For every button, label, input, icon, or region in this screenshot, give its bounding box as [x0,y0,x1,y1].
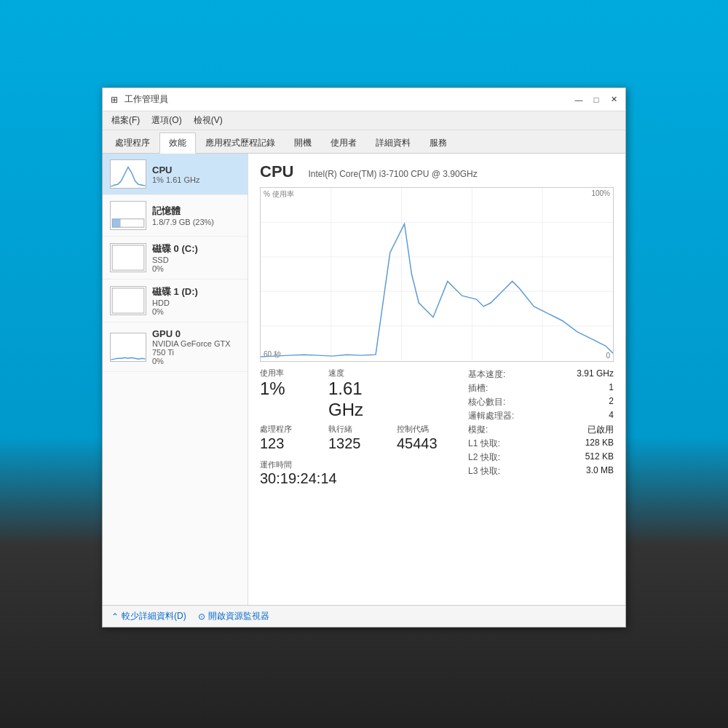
usage-value: 1% [260,379,317,400]
tab-users[interactable]: 使用者 [321,132,366,153]
stats-right: 基本速度: 3.91 GHz 插槽: 1 核心數目: 2 邏輯處理器: [468,368,614,478]
menu-options[interactable]: 選項(O) [146,113,187,128]
l1-value: 128 KB [585,438,614,450]
usage-label: 使用率 [260,368,317,379]
open-monitor-link[interactable]: ⊙ 開啟資源監視器 [198,610,269,622]
tab-bar: 處理程序 效能 應用程式歷程記錄 開機 使用者 詳細資料 服務 [103,130,625,154]
sidebar-item-disk1[interactable]: 磁碟 1 (D:) HDD 0% [103,280,248,323]
less-details-label: 較少詳細資料(D) [122,610,186,622]
speed-label: 速度 [328,368,385,379]
uptime-stat: 運作時間 30:19:24:14 [260,459,454,487]
cpu-chart: % 使用率 100% 60 秒 0 [260,187,614,362]
tab-performance[interactable]: 效能 [159,132,196,154]
minimize-button[interactable]: — [573,94,585,106]
task-manager-window: ⊞ 工作管理員 — □ ✕ 檔案(F) 選項(O) 檢視(V) 處理程序 效能 … [102,87,626,628]
sockets-value: 1 [609,382,614,395]
threads-label: 執行緒 [328,424,385,435]
handles-value: 45443 [397,435,454,452]
stats-bottom: 使用率 1% 速度 1.61 GHz 處理程序 123 [260,368,614,487]
base-speed-label: 基本速度: [468,368,505,381]
threads-stat: 執行緒 1325 [328,424,385,452]
title-bar-left: ⊞ 工作管理員 [108,93,168,106]
sidebar-thumb-disk0 [110,243,146,272]
sidebar-memory-name: 記憶體 [152,205,240,218]
sidebar-thumb-memory [110,201,146,230]
open-monitor-label: 開啟資源監視器 [208,610,269,622]
l1-row: L1 快取: 128 KB [468,437,614,451]
window-icon: ⊞ [108,94,120,106]
uptime-value: 30:19:24:14 [260,470,454,487]
sidebar-disk0-type: SSD [152,256,240,264]
processes-label: 處理程序 [260,424,317,435]
sockets-label: 插槽: [468,382,488,395]
sidebar-cpu-info: CPU 1% 1.61 GHz [152,165,240,184]
handles-label: 控制代碼 [397,424,454,435]
l1-label: L1 快取: [468,438,500,450]
sidebar-gpu-info: GPU 0 NVIDIA GeForce GTX 750 Ti 0% [152,328,240,365]
speed-stat: 速度 1.61 GHz [328,368,385,421]
svg-rect-1 [112,219,120,227]
handles-stat: 控制代碼 45443 [397,424,454,452]
tab-processes[interactable]: 處理程序 [106,132,159,153]
logical-row: 邏輯處理器: 4 [468,409,614,423]
base-speed-value: 3.91 GHz [577,368,614,381]
sidebar: CPU 1% 1.61 GHz 記憶體 1.8/7.9 GB (23%) [103,154,248,605]
chevron-up-icon: ⌃ [111,612,119,622]
threads-value: 1325 [328,435,385,452]
cores-label: 核心數目: [468,396,505,408]
sidebar-disk0-info: 磁碟 0 (C:) SSD 0% [152,242,240,273]
virtualization-label: 模擬: [468,424,488,436]
sidebar-memory-info: 記憶體 1.8/7.9 GB (23%) [152,205,240,226]
tab-details[interactable]: 詳細資料 [366,132,420,153]
l2-row: L2 快取: 512 KB [468,451,614,464]
logical-value: 4 [609,410,614,422]
sidebar-memory-detail: 1.8/7.9 GB (23%) [152,218,240,226]
close-button[interactable]: ✕ [608,94,620,106]
usage-stat: 使用率 1% [260,368,317,421]
cores-value: 2 [609,396,614,408]
menu-view[interactable]: 檢視(V) [188,113,229,128]
sidebar-gpu-model: NVIDIA GeForce GTX 750 Ti [152,339,240,357]
processes-stat: 處理程序 123 [260,424,317,452]
main-header: CPU Intel(R) Core(TM) i3-7100 CPU @ 3.90… [260,162,614,181]
monitor-icon: ⊙ [198,612,205,622]
processes-value: 123 [260,435,317,452]
menu-bar: 檔案(F) 選項(O) 檢視(V) [103,111,625,130]
sidebar-disk1-type: HDD [152,298,240,307]
uptime-label: 運作時間 [260,459,454,470]
window-title: 工作管理員 [124,93,168,106]
svg-rect-3 [112,288,144,313]
sidebar-item-gpu[interactable]: GPU 0 NVIDIA GeForce GTX 750 Ti 0% [103,323,248,372]
sidebar-disk0-name: 磁碟 0 (C:) [152,242,240,256]
title-bar: ⊞ 工作管理員 — □ ✕ [103,88,625,111]
screen-background: ⊞ 工作管理員 — □ ✕ 檔案(F) 選項(O) 檢視(V) 處理程序 效能 … [0,0,728,728]
tab-app-history[interactable]: 應用程式歷程記錄 [196,132,285,153]
sidebar-disk1-info: 磁碟 1 (D:) HDD 0% [152,285,240,316]
l2-value: 512 KB [585,451,614,464]
main-title: CPU [260,162,293,181]
virtualization-value: 已啟用 [587,424,614,436]
sidebar-item-memory[interactable]: 記憶體 1.8/7.9 GB (23%) [103,195,248,237]
main-panel: CPU Intel(R) Core(TM) i3-7100 CPU @ 3.90… [248,154,625,605]
tab-startup[interactable]: 開機 [285,132,321,153]
svg-rect-2 [112,245,144,270]
l3-label: L3 快取: [468,465,500,478]
less-details-link[interactable]: ⌃ 較少詳細資料(D) [111,610,186,622]
base-speed-row: 基本速度: 3.91 GHz [468,368,614,381]
speed-value: 1.61 GHz [328,379,385,421]
sidebar-cpu-detail: 1% 1.61 GHz [152,175,240,184]
title-bar-controls: — □ ✕ [573,94,620,106]
sidebar-thumb-cpu [110,159,146,189]
menu-file[interactable]: 檔案(F) [106,113,146,128]
maximize-button[interactable]: □ [590,94,602,106]
stats-left: 使用率 1% 速度 1.61 GHz 處理程序 123 [260,368,454,487]
sidebar-thumb-gpu [110,333,146,362]
l2-label: L2 快取: [468,451,500,464]
sidebar-item-disk0[interactable]: 磁碟 0 (C:) SSD 0% [103,237,248,280]
tab-services[interactable]: 服務 [420,132,456,153]
sidebar-gpu-name: GPU 0 [152,328,240,339]
l3-value: 3.0 MB [586,465,614,478]
sidebar-item-cpu[interactable]: CPU 1% 1.61 GHz [103,154,248,195]
cores-row: 核心數目: 2 [468,395,614,409]
sidebar-gpu-usage: 0% [152,357,240,365]
